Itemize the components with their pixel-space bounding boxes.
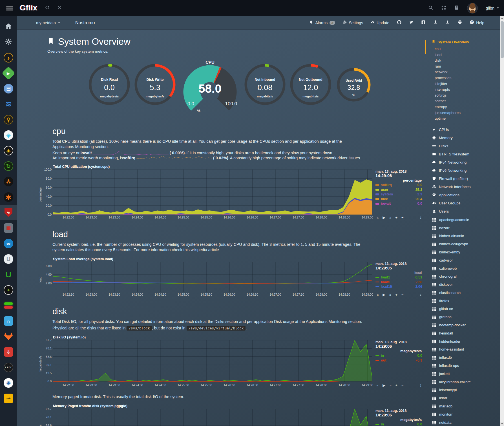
print-button[interactable]	[457, 20, 462, 25]
sidebar-app-home-assistant[interactable]: ⌂	[0, 313, 17, 329]
sidebar-section-ipv4-networking[interactable]: IPv4 Networking	[432, 158, 500, 166]
sidebar-section-cpus[interactable]: CPUs	[432, 126, 500, 134]
sidebar-link-entropy[interactable]: entropy	[435, 104, 500, 110]
sidebar-link-network[interactable]: network	[435, 69, 500, 75]
sidebar-app-link-bazarr[interactable]: bazarr	[432, 224, 500, 232]
backward-icon[interactable]: «	[377, 215, 379, 220]
sidebar-app-link-diskover[interactable]: diskover	[432, 281, 500, 289]
zoom-out-icon[interactable]: −	[401, 383, 404, 387]
net-outbound-gauge[interactable]: Net Outbound 12.0 megabits/s	[289, 63, 332, 113]
sidebar-section-network-interfaces[interactable]: Network Interfaces	[432, 183, 500, 191]
close-tab-icon[interactable]	[57, 5, 62, 11]
sidebar-section-users[interactable]: Users	[432, 207, 500, 215]
net-inbound-gauge[interactable]: Net Inbound 0.08 megabits/s	[244, 63, 286, 113]
sidebar-app-plex[interactable]: ›	[0, 50, 17, 65]
legend-item-load5[interactable]: load52.68	[375, 280, 422, 285]
load-plot-area[interactable]	[53, 262, 372, 292]
sidebar-app-link-influxdb-ups[interactable]: influxdb-ups	[432, 362, 500, 370]
sidebar-app-link-binhex-airsonic[interactable]: binhex-airsonic	[432, 232, 500, 240]
sidebar-app-link-chronograf[interactable]: chronograf	[432, 273, 500, 281]
play-icon[interactable]: ▶	[383, 383, 385, 387]
sidebar-app-airsonic[interactable]: ≋	[0, 96, 17, 112]
sidebar-app-link-elasticsearch[interactable]: elasticsearch	[432, 289, 500, 297]
sidebar-link-softnet[interactable]: softnet	[435, 98, 500, 104]
legend-item-nice[interactable]: nice20.4	[375, 197, 422, 202]
sidebar-app-grafana[interactable]: ∗	[0, 189, 17, 205]
disk-write-gauge[interactable]: Disk Write 5.3 megabytes/s	[134, 63, 176, 113]
legend-item-load15[interactable]: load152.06	[375, 284, 422, 289]
resize-handle-icon[interactable]: ↕	[420, 383, 422, 387]
sidebar-section-ipv6-networking[interactable]: IPv6 Networking	[432, 166, 500, 175]
sidebar-app-gitlab[interactable]	[0, 329, 17, 344]
sidebar-app-calibre-web[interactable]: ▤	[0, 81, 17, 96]
sidebar-app-nextcloud[interactable]: ∞	[0, 236, 17, 251]
legend-item-iowait[interactable]: iowait0.0	[375, 201, 422, 206]
settings-button[interactable]: Settings	[343, 20, 363, 25]
sidebar-app-link-lidarr[interactable]: lidarr	[432, 394, 500, 402]
sidebar-section-memory[interactable]: Memory	[432, 134, 500, 142]
sidebar-app-home[interactable]	[0, 19, 17, 34]
avatar[interactable]	[467, 3, 478, 14]
sidebar-link-disk[interactable]: disk	[435, 58, 500, 64]
iowait-sparkline[interactable]	[93, 150, 169, 155]
scrollbar-thumb[interactable]	[501, 21, 504, 58]
sidebar-title-system-overview[interactable]: System Overview	[432, 40, 500, 44]
sidebar-app-link-hddtemp-docker[interactable]: hddtemp-docker	[432, 321, 500, 329]
zoom-in-icon[interactable]: +	[395, 293, 397, 297]
scroll-down-arrow[interactable]	[500, 422, 504, 426]
alarms-button[interactable]: Alarms 2	[309, 20, 335, 25]
pgpgio-plot-area[interactable]	[53, 409, 372, 426]
backward-icon[interactable]: «	[377, 383, 379, 387]
sidebar-app-jackett[interactable]: ⚲	[0, 112, 17, 127]
sidebar-link-load[interactable]: load	[435, 52, 500, 58]
sidebar-link-ram[interactable]: ram	[435, 64, 500, 70]
sidebar-app-redis[interactable]: ▣	[0, 220, 17, 236]
search-icon[interactable]	[428, 5, 433, 11]
scroll-up-arrow[interactable]	[500, 16, 504, 20]
forward-icon[interactable]: »	[389, 383, 391, 387]
scrollbar[interactable]	[500, 16, 504, 426]
zoom-out-icon[interactable]: −	[401, 215, 404, 220]
sidebar-link-cpu[interactable]: cpu	[435, 46, 500, 52]
legend-item-system[interactable]: system2.3	[375, 192, 422, 197]
sidebar-app-emby[interactable]: ▶	[0, 65, 17, 81]
sidebar-app-link-gitlab-ce[interactable]: gitlab-ce	[432, 305, 500, 313]
server-dropdown[interactable]: my-netdata	[36, 21, 61, 25]
sidebar-app-netdata[interactable]: ∿	[0, 205, 17, 220]
cpu-chart[interactable]: Total CPU utilization (system.cpu)percen…	[38, 165, 422, 220]
sidebar-app-link-apacheguacamole[interactable]: apacheguacamole	[432, 216, 500, 224]
forward-icon[interactable]: »	[389, 293, 391, 297]
sidebar-app-unifi[interactable]: U	[0, 251, 17, 267]
sidebar-app-diskover[interactable]: ⁂	[0, 174, 17, 189]
export-button[interactable]	[445, 20, 450, 25]
wikipedia-link[interactable]: wikipedia article	[191, 247, 219, 252]
sidebar-section-applications[interactable]: Applications	[432, 191, 500, 199]
sidebar-app-monitorr[interactable]	[0, 298, 17, 313]
sidebar-app-link-lazylibrarian-calibre[interactable]: lazylibrarian-calibre	[432, 378, 500, 386]
sidebar-app-link-mariadb[interactable]: mariadb	[432, 402, 500, 411]
zoom-out-icon[interactable]: −	[401, 293, 404, 297]
diskio-plot-area[interactable]	[53, 340, 372, 382]
memory-paged-chart[interactable]: Memory Paged from/to disk (system.pgpgio…	[38, 404, 422, 426]
sidebar-section-firewall-netfilter-[interactable]: Firewall (netfilter)	[432, 175, 500, 183]
sidebar-app-link-binhex-delugevpn[interactable]: binhex-delugevpn	[432, 240, 500, 248]
changelog-icon[interactable]	[454, 5, 459, 11]
load-chart[interactable]: System Load Average (system.load)load2.0…	[38, 257, 422, 297]
sidebar-link-processes[interactable]: processes	[435, 75, 500, 81]
cpu-plot-area[interactable]	[53, 169, 372, 215]
sidebar-app-settings[interactable]	[0, 34, 17, 50]
sidebar-app-sonarr[interactable]: ◈	[0, 127, 17, 143]
sidebar-app-link-firefox[interactable]: firefox	[432, 297, 500, 305]
sidebar-app-water-drop[interactable]: ◉	[0, 375, 17, 391]
sidebar-app-link-monitorr[interactable]: monitorr	[432, 411, 500, 419]
sidebar-app-radarr[interactable]: ◈	[0, 143, 17, 158]
disk-io-chart[interactable]: Disk I/O (system.io)megabytes/s0.019.539…	[38, 335, 422, 388]
play-icon[interactable]: ▶	[383, 215, 385, 220]
sidebar-app-link-hiddenloader[interactable]: hiddenloader	[432, 338, 500, 346]
sidebar-app-link-letsencrypt[interactable]: letsencrypt	[432, 386, 500, 394]
sidebar-app-green-u[interactable]: U	[0, 267, 17, 282]
sidebar-link-softirqs[interactable]: softirqs	[435, 93, 500, 99]
sidebar-app-link-grafana[interactable]: grafana	[432, 313, 500, 321]
legend-item-user[interactable]: user35.3	[375, 188, 422, 192]
twitter-button[interactable]	[409, 20, 414, 25]
